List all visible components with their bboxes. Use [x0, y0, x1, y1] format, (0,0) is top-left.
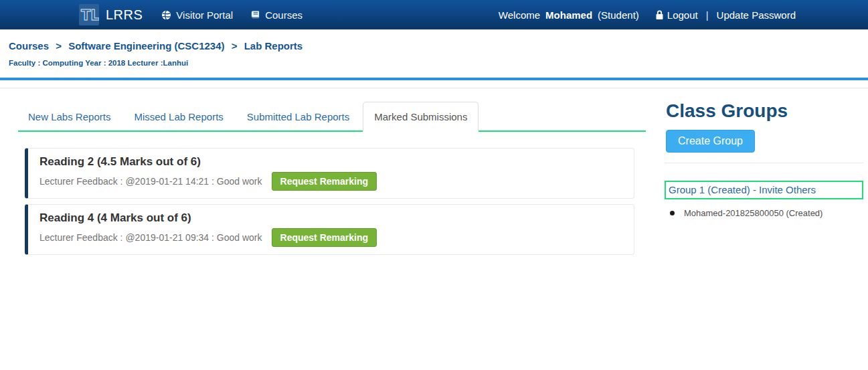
book-icon: [250, 10, 260, 20]
nav-visitor-portal-label: Visitor Portal: [176, 9, 233, 21]
report-title: Reading 2 (4.5 Marks out of 6): [39, 155, 626, 169]
page: TL LRRS Visitor Portal Courses: [0, 0, 868, 370]
top-navbar: TL LRRS Visitor Portal Courses: [0, 0, 868, 29]
breadcrumb-separator: >: [232, 40, 238, 52]
course-meta: Faculty : Computing Year : 2018 Lecturer…: [9, 59, 188, 67]
group-member-name: Mohamed-201825800050 (Created): [684, 208, 822, 218]
class-groups-panel: Class Groups Create Group Group 1 (Creat…: [665, 100, 863, 218]
logout-link[interactable]: Logout: [655, 9, 698, 21]
lrrs-logo-icon: TL: [79, 4, 99, 25]
create-group-button[interactable]: Create Group: [666, 130, 755, 153]
group-member-item: Mohamed-201825800050 (Created): [670, 208, 863, 218]
report-title: Reading 4 (4 Marks out of 6): [39, 211, 626, 225]
svg-text:TL: TL: [81, 7, 99, 23]
breadcrumb: Courses > Software Engineering (CSC1234)…: [9, 40, 302, 52]
header-blue-rule: [0, 78, 868, 80]
lab-reports-panel: New Labs Reports Missed Lab Reports Subm…: [18, 100, 646, 260]
tab-missed-lab-reports[interactable]: Missed Lab Reports: [124, 103, 233, 130]
tab-new-labs-reports[interactable]: New Labs Reports: [18, 103, 120, 130]
report-detail-row: Lecturer Feedback : @2019-01-21 14:21 : …: [39, 172, 626, 191]
breadcrumb-lab-reports[interactable]: Lab Reports: [244, 40, 303, 52]
welcome-role: (Student): [598, 9, 639, 21]
class-groups-title: Class Groups: [666, 100, 863, 122]
navbar-right-group: Welcome Mohamed (Student) Logout | Updat…: [499, 0, 796, 29]
report-detail-row: Lecturer Feedback : @2019-01-21 09:34 : …: [39, 228, 626, 247]
logout-label: Logout: [667, 9, 698, 21]
nav-courses[interactable]: Courses: [250, 9, 302, 21]
group-item-link[interactable]: Group 1 (Created) - Invite Others: [665, 181, 863, 199]
breadcrumb-courses[interactable]: Courses: [9, 40, 49, 52]
nav-courses-label: Courses: [265, 9, 302, 21]
breadcrumb-course-name[interactable]: Software Engineering (CSC1234): [68, 40, 224, 52]
lecturer-feedback: Lecturer Feedback : @2019-01-21 14:21 : …: [39, 176, 262, 187]
aside-divider: [665, 163, 863, 163]
bullet-icon: [670, 211, 675, 215]
tab-marked-submissions[interactable]: Marked Submissions: [363, 102, 479, 132]
lock-icon: [655, 10, 664, 20]
tab-submitted-lab-reports[interactable]: Submitted Lab Reports: [237, 103, 359, 130]
brand-text: LRRS: [106, 7, 143, 23]
update-password-link[interactable]: Update Password: [717, 9, 796, 21]
header-gray-rule: [0, 88, 868, 88]
lab-report-tabs: New Labs Reports Missed Lab Reports Subm…: [18, 100, 646, 132]
navbar-left-group: TL LRRS Visitor Portal Courses: [79, 4, 302, 25]
report-card: Reading 4 (4 Marks out of 6) Lecturer Fe…: [25, 204, 634, 255]
lecturer-feedback: Lecturer Feedback : @2019-01-21 09:34 : …: [39, 232, 262, 243]
report-card: Reading 2 (4.5 Marks out of 6) Lecturer …: [25, 148, 634, 199]
welcome-username: Mohamed: [545, 9, 592, 21]
request-remarking-button[interactable]: Request Remarking: [272, 228, 377, 247]
breadcrumb-separator: >: [56, 40, 62, 52]
brand[interactable]: TL LRRS: [79, 4, 143, 25]
welcome-text: Welcome: [499, 9, 540, 21]
nav-separator: |: [706, 9, 709, 21]
marked-submissions-list: Reading 2 (4.5 Marks out of 6) Lecturer …: [18, 132, 646, 255]
nav-visitor-portal[interactable]: Visitor Portal: [161, 9, 233, 21]
request-remarking-button[interactable]: Request Remarking: [272, 172, 377, 191]
globe-icon: [161, 10, 171, 20]
